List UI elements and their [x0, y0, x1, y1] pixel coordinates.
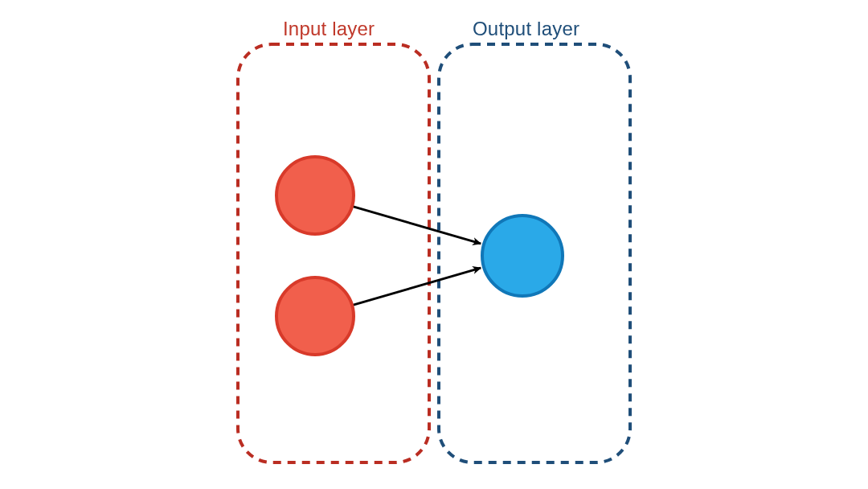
network-diagram — [0, 0, 868, 489]
edge — [350, 206, 481, 244]
input-node — [276, 157, 354, 234]
input-layer-box — [238, 44, 429, 462]
input-nodes — [276, 157, 354, 355]
edges — [350, 206, 481, 306]
output-node — [482, 216, 563, 296]
input-node — [276, 277, 354, 355]
edge — [350, 268, 481, 306]
output-nodes — [482, 216, 563, 296]
diagram-stage: Input layer Output layer — [0, 0, 868, 489]
